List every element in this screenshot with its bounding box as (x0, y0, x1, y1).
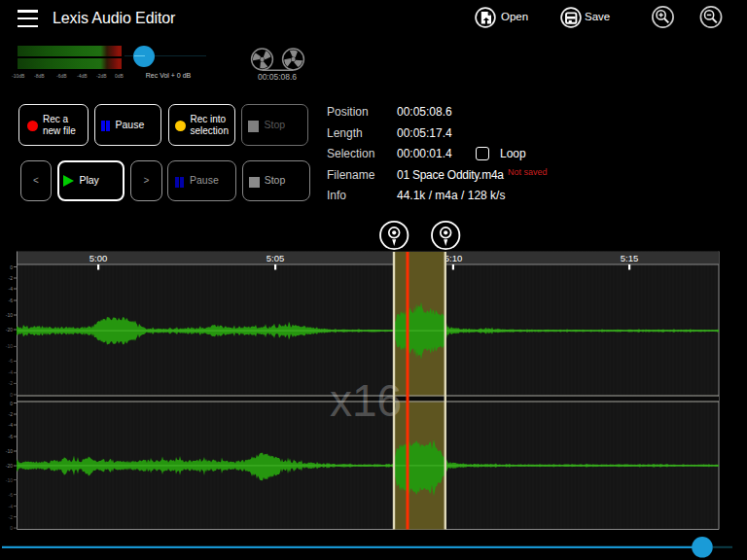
svg-text:-6: -6 (9, 298, 14, 303)
svg-text:-6: -6 (9, 358, 14, 364)
svg-text:-4: -4 (9, 504, 14, 509)
svg-text:-20: -20 (6, 327, 13, 332)
svg-text:-4: -4 (9, 422, 14, 428)
svg-text:5:15: 5:15 (621, 253, 639, 263)
svg-text:-2: -2 (9, 411, 14, 417)
svg-text:-2: -2 (9, 275, 14, 281)
svg-text:x16: x16 (330, 375, 402, 426)
svg-text:-10: -10 (6, 343, 13, 349)
svg-text:-6: -6 (9, 434, 14, 439)
svg-text:5:10: 5:10 (445, 253, 463, 263)
svg-text:0: 0 (10, 392, 13, 398)
svg-text:-2: -2 (9, 380, 14, 386)
svg-text:-10: -10 (6, 477, 13, 483)
svg-text:5:00: 5:00 (89, 253, 108, 263)
svg-text:-6: -6 (9, 492, 14, 498)
svg-text:-4: -4 (9, 369, 14, 375)
svg-text:0: 0 (10, 264, 13, 270)
svg-text:-2: -2 (9, 514, 14, 520)
svg-text:-10: -10 (6, 448, 13, 454)
svg-text:-10: -10 (6, 312, 13, 318)
svg-text:0: 0 (10, 401, 13, 406)
svg-text:-4: -4 (9, 286, 14, 292)
svg-text:-20: -20 (6, 463, 13, 469)
svg-text:0: 0 (10, 525, 13, 531)
svg-text:5:05: 5:05 (267, 253, 285, 263)
